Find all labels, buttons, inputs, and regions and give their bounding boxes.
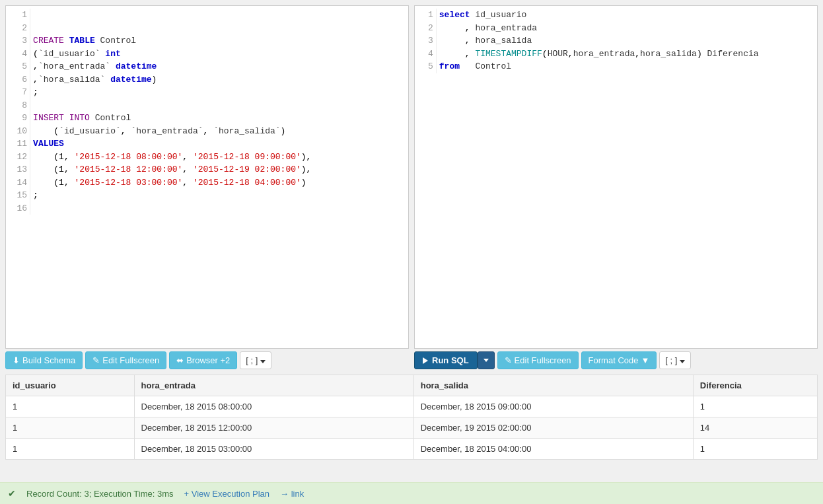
line-number: 8 <box>6 99 30 112</box>
table-cell: 1 <box>6 396 135 417</box>
edit-fullscreen-left-icon: ✎ <box>92 355 100 365</box>
line-content <box>30 9 408 22</box>
right-editor-panel: 1select id_usuario 2 , hora_entrada 3 , … <box>414 5 818 369</box>
line-number: 3 <box>415 34 436 48</box>
line-number: 11 <box>6 137 30 151</box>
line-number: 2 <box>6 22 30 35</box>
line-content: ; <box>30 86 408 99</box>
line-content: ; <box>30 189 408 202</box>
browser-label: Browser +2 <box>186 355 230 365</box>
results-column-header: hora_entrada <box>134 375 413 396</box>
line-number: 4 <box>415 48 436 61</box>
left-code-line: 1 <box>6 9 408 22</box>
left-code-line: 7; <box>6 86 408 99</box>
run-sql-dropdown-button[interactable] <box>478 351 495 369</box>
right-code-line: 2 , hora_entrada <box>415 22 817 35</box>
line-content: (1, '2015-12-18 08:00:00', '2015-12-18 0… <box>30 151 408 164</box>
left-code-line: 2 <box>6 22 408 35</box>
line-content <box>30 22 408 35</box>
view-execution-plan-link[interactable]: + View Execution Plan <box>184 489 269 499</box>
line-content: (`id_usuario` int <box>30 48 408 61</box>
edit-fullscreen-right-button[interactable]: ✎ Edit Fullscreen <box>497 351 579 369</box>
left-code-line: 12 (1, '2015-12-18 08:00:00', '2015-12-1… <box>6 151 408 164</box>
line-content <box>30 99 408 112</box>
line-number: 5 <box>6 60 30 73</box>
run-sql-button[interactable]: Run SQL <box>414 351 478 369</box>
run-dropdown-icon <box>483 359 489 362</box>
left-code-line: 9INSERT INTO Control <box>6 112 408 125</box>
line-content: ,`hora_salida` datetime) <box>30 73 408 87</box>
semicolon-right-label: [ ; ] <box>665 355 677 365</box>
line-number: 4 <box>6 48 30 61</box>
line-content: (1, '2015-12-18 03:00:00', '2015-12-18 0… <box>30 176 408 190</box>
left-code-line: 10 (`id_usuario`, `hora_entrada`, `hora_… <box>6 125 408 138</box>
line-content: INSERT INTO Control <box>30 112 408 125</box>
line-number: 15 <box>6 189 30 202</box>
left-code-table: 1 2 3CREATE TABLE Control 4(`id_usuario`… <box>6 9 408 215</box>
edit-fullscreen-left-button[interactable]: ✎ Edit Fullscreen <box>85 351 166 369</box>
build-schema-label: Build Schema <box>22 355 75 365</box>
results-column-header: hora_salida <box>413 375 693 396</box>
line-content: CREATE TABLE Control <box>30 34 408 48</box>
run-sql-label: Run SQL <box>432 355 469 365</box>
left-code-line: 15; <box>6 189 408 202</box>
left-code-line: 11VALUES <box>6 137 408 151</box>
right-code-line: 4 , TIMESTAMPDIFF(HOUR,hora_entrada,hora… <box>415 48 817 61</box>
left-code-line: 16 <box>6 202 408 215</box>
left-code-line: 5,`hora_entrada` datetime <box>6 60 408 73</box>
right-code-line: 5from Control <box>415 60 817 73</box>
table-cell: December, 19 2015 02:00:00 <box>413 417 693 439</box>
chevron-left-icon <box>260 355 266 365</box>
line-number: 5 <box>415 60 436 73</box>
table-cell: December, 18 2015 03:00:00 <box>134 439 413 460</box>
format-code-icon: ▼ <box>641 355 649 365</box>
line-content: (1, '2015-12-18 12:00:00', '2015-12-19 0… <box>30 163 408 176</box>
line-number: 12 <box>6 151 30 164</box>
table-cell: 1 <box>693 439 817 460</box>
link-label: → link <box>280 489 304 499</box>
table-row: 1December, 18 2015 08:00:00December, 18 … <box>6 396 818 417</box>
table-cell: 1 <box>6 439 135 460</box>
line-content: select id_usuario <box>436 9 817 22</box>
line-number: 9 <box>6 112 30 125</box>
line-content: , hora_entrada <box>436 22 817 35</box>
link-anchor[interactable]: → link <box>280 489 304 499</box>
edit-fullscreen-right-label: Edit Fullscreen <box>515 355 571 365</box>
line-content: (`id_usuario`, `hora_entrada`, `hora_sal… <box>30 125 408 138</box>
right-code-line: 3 , hora_salida <box>415 34 817 48</box>
line-number: 13 <box>6 163 30 176</box>
table-cell: 14 <box>693 417 817 439</box>
line-content: , hora_salida <box>436 34 817 48</box>
line-number: 14 <box>6 176 30 190</box>
status-check-icon: ✔ <box>8 488 16 499</box>
left-code-line: 14 (1, '2015-12-18 03:00:00', '2015-12-1… <box>6 176 408 190</box>
editors-row: 1 2 3CREATE TABLE Control 4(`id_usuario`… <box>0 0 823 375</box>
table-row: 1December, 18 2015 12:00:00December, 19 … <box>6 417 818 439</box>
left-code-area[interactable]: 1 2 3CREATE TABLE Control 4(`id_usuario`… <box>5 5 409 349</box>
build-schema-button[interactable]: ⬇ Build Schema <box>5 351 83 369</box>
right-code-table: 1select id_usuario 2 , hora_entrada 3 , … <box>415 9 817 73</box>
edit-fullscreen-right-icon: ✎ <box>505 355 512 365</box>
line-number: 10 <box>6 125 30 138</box>
line-content: VALUES <box>30 137 408 151</box>
status-text: Record Count: 3; Execution Time: 3ms <box>26 489 174 499</box>
browser-button[interactable]: ⬌ Browser +2 <box>169 351 237 369</box>
left-code-line: 6,`hora_salida` datetime) <box>6 73 408 87</box>
results-header-row: id_usuariohora_entradahora_salidaDiferen… <box>6 375 818 396</box>
format-code-label: Format Code <box>589 355 639 365</box>
status-bar: ✔ Record Count: 3; Execution Time: 3ms +… <box>0 482 823 504</box>
right-code-area[interactable]: 1select id_usuario 2 , hora_entrada 3 , … <box>414 5 818 349</box>
results-table: id_usuariohora_entradahora_salidaDiferen… <box>5 375 818 460</box>
line-number: 2 <box>415 22 436 35</box>
results-column-header: Diferencia <box>693 375 817 396</box>
results-column-header: id_usuario <box>6 375 135 396</box>
semicolon-right-button[interactable]: [ ; ] <box>659 351 691 369</box>
line-content: , TIMESTAMPDIFF(HOUR,hora_entrada,hora_s… <box>436 48 817 61</box>
table-cell: December, 18 2015 08:00:00 <box>134 396 413 417</box>
table-cell: 1 <box>693 396 817 417</box>
view-execution-plan-label: + View Execution Plan <box>184 489 269 499</box>
chevron-right-icon <box>680 355 685 365</box>
semicolon-left-button[interactable]: [ ; ] <box>240 351 271 369</box>
format-code-button[interactable]: Format Code ▼ <box>581 351 657 369</box>
left-code-line: 4(`id_usuario` int <box>6 48 408 61</box>
